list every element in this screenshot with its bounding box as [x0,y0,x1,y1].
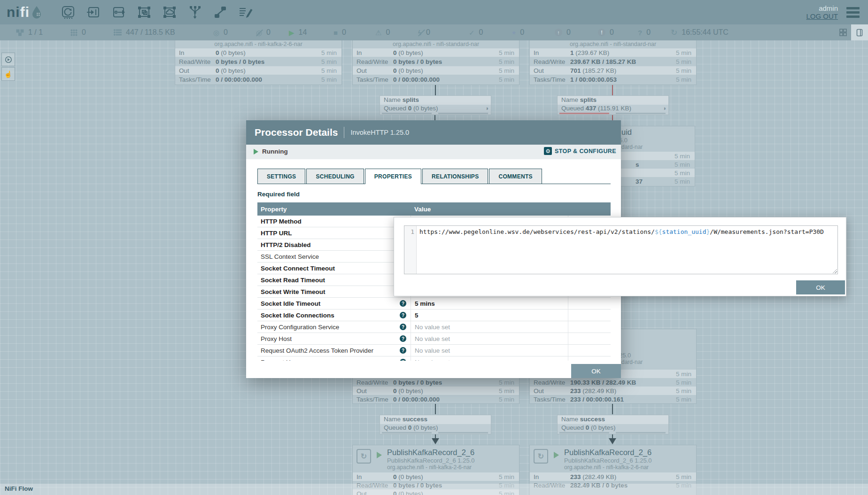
connection-label-splits-left: Name splits Queued 0 (0 bytes) ◑ [380,95,491,115]
column-property: Property [257,206,411,213]
tab-relationships[interactable]: RELATIONSHIPS [422,169,488,184]
status-queued: 447 / 118.5 KB [114,24,175,40]
asterisk-icon: * [512,32,516,36]
nifi-drop-icon [31,5,42,19]
processor-type-icon: ↻ [534,449,548,464]
queue-percent-icon: ◑ [485,105,488,112]
editor-resize-handle[interactable] [833,269,837,273]
gear-icon: ⚙ [544,147,552,155]
property-row: Proxy Host?No value set [257,333,611,345]
remote-process-group-tool-icon[interactable] [163,5,177,19]
help-icon[interactable]: ? [400,324,406,330]
dialog-status-strip: Running ⚙ STOP & CONFIGURE [246,145,621,159]
stopped-icon: ■ [333,29,338,36]
tab-scheduling[interactable]: SCHEDULING [306,169,364,184]
running-icon: ▶ [289,29,294,36]
flow-status-bar: 1 / 1 0 447 / 118.5 KB ◎0 ◎0 ▶14 ■0 ⚠0 ϟ… [0,24,868,40]
connection-label-splits-right: Name splits Queued 437 (115.91 KB) ◑ [557,95,669,115]
threads-icon [70,29,78,36]
column-value: Value [411,206,568,213]
running-indicator-icon [554,452,559,458]
check-icon: ✓ [469,29,475,36]
funnel-tool-icon[interactable] [188,5,202,19]
status-stale: ↑0 [555,24,571,40]
property-row: Proxy Configuration Service?No value set [257,321,611,333]
properties-table-header: PropertyValue [257,202,611,216]
help-icon[interactable]: ? [400,347,406,354]
queue-percent-icon: ◑ [662,105,666,112]
running-status-icon [254,149,258,155]
app-header: nifi admin LOG OUT [0,0,868,24]
outline-panel-button[interactable] [851,24,868,40]
nifi-logo: nifi [7,4,42,20]
output-port-tool-icon[interactable] [112,5,126,19]
running-status-label: Running [262,148,288,155]
cluster-icon [16,29,24,36]
help-icon[interactable]: ? [400,335,406,342]
property-value-editor-popup: 1 https://www.pegelonline.wsv.de/webserv… [394,217,846,296]
property-row: Request OAuth2 Access Token Provider?No … [257,345,611,356]
status-last-refresh: ↻16:55:44 UTC [671,24,728,40]
disabled-icon: ϟ [418,29,422,36]
component-toolbar [61,5,253,19]
property-row: Socket Idle Timeout?5 mins [257,298,611,309]
birdseye-toggle-button[interactable] [836,24,850,40]
running-indicator-icon [377,452,382,458]
property-row-clipped: Request U?No value set [257,356,611,361]
processor-tool-icon[interactable] [61,5,75,19]
status-cluster-nodes: 1 / 1 [16,24,43,40]
tab-comments[interactable]: COMMENTS [489,169,542,184]
editor-ok-button[interactable]: OK [796,280,845,294]
expression-open: ${ [655,228,662,235]
expression-variable: station_uuid [662,228,706,235]
status-locally-modified: *0 [512,24,524,40]
navigate-palette-button[interactable] [1,53,15,66]
logout-link[interactable]: LOG OUT [806,12,838,20]
status-up-to-date: ✓0 [469,24,483,40]
stop-and-configure-button[interactable]: ⚙ STOP & CONFIGURE [544,147,616,155]
status-not-transmitting: ◎0 [256,24,271,40]
dialog-tabs: SETTINGSSCHEDULINGPROPERTIESRELATIONSHIP… [257,169,611,184]
refresh-icon[interactable]: ↻ [671,29,677,37]
tab-properties[interactable]: PROPERTIES [365,169,421,184]
help-icon[interactable]: ? [400,300,406,307]
status-active-threads: 0 [70,24,86,40]
property-row: Socket Idle Connections?5 [257,309,611,321]
connection-tool-icon[interactable] [213,5,227,19]
status-sync-failure: ?0 [638,24,651,40]
editor-code-line[interactable]: https://www.pegelonline.wsv.de/webservic… [417,226,837,274]
status-transmitting: ◎0 [213,24,228,40]
transmitting-icon: ◎ [213,29,219,36]
status-invalid: ⚠0 [375,24,390,40]
label-tool-icon[interactable] [239,5,253,19]
dialog-title: Processor Details [255,127,338,138]
operate-palette-button[interactable]: ☝ [1,67,15,81]
breadcrumb[interactable]: NiFi Flow [5,485,33,492]
dialog-ok-button[interactable]: OK [571,364,621,378]
status-disabled: ϟ0 [418,24,430,40]
editor-line-number: 1 [404,226,417,274]
connection-label-success-left: Name success Queued 0 (0 bytes) [380,415,491,434]
queued-list-icon [114,29,122,36]
value-editor[interactable]: 1 https://www.pegelonline.wsv.de/webserv… [404,225,838,274]
dialog-header: Processor Details InvokeHTTP 1.25.0 [246,120,621,145]
exclamation-icon: ! [598,29,605,36]
question-icon: ? [638,29,642,36]
status-stopped: ■0 [333,24,346,40]
input-port-tool-icon[interactable] [86,5,101,19]
help-icon[interactable]: ? [400,312,406,318]
status-locally-modified-stale: !0 [598,24,614,40]
dialog-subtitle: InvokeHTTP 1.25.0 [350,129,409,136]
current-user: admin [806,4,838,12]
connection-label-success-right: Name success Queued 0 (0 bytes) [557,415,669,434]
required-field-note: Required field [257,191,611,198]
nifi-application: org.apache.nifi - nifi-kafka-2-6-nar In0… [0,0,868,495]
process-group-tool-icon[interactable] [137,5,151,19]
stale-arrow-icon: ↑ [555,29,562,36]
processor-type-icon: ↻ [356,449,371,464]
breadcrumb-bar: NiFi Flow [0,484,868,495]
global-menu-icon[interactable] [845,5,861,20]
help-icon[interactable]: ? [400,359,406,361]
invalid-warning-icon: ⚠ [375,29,381,36]
tab-settings[interactable]: SETTINGS [257,169,305,184]
